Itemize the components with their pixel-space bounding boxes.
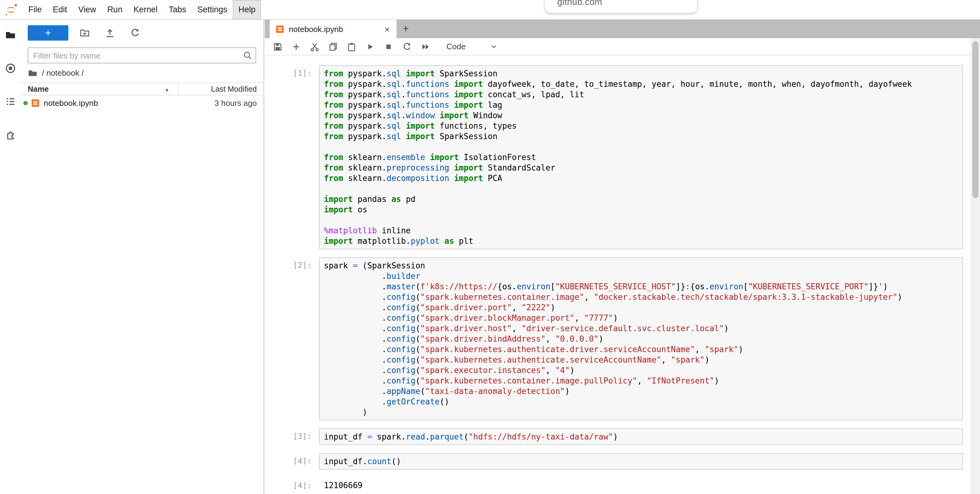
column-header-name[interactable]: Name ▲ — [20, 83, 178, 95]
menu-item-run[interactable]: Run — [102, 0, 128, 19]
column-header-name-label: Name — [28, 85, 49, 93]
menu-bar: File Edit View Run Kernel Tabs Settings … — [0, 0, 980, 20]
code-line: .config("spark.driver.port", "2222") — [324, 302, 958, 313]
play-icon — [365, 41, 375, 51]
new-folder-button[interactable] — [80, 27, 90, 38]
file-browser-panel: + — [20, 20, 264, 494]
tab-bar: notebook.ipynb × + — [265, 20, 980, 38]
sort-ascending-icon: ▲ — [164, 87, 169, 92]
code-line: from sklearn.ensemble import IsolationFo… — [324, 152, 958, 162]
copy-icon — [328, 41, 338, 51]
code-line: from pyspark.sql.functions import dayofw… — [324, 79, 958, 89]
new-launcher-button[interactable]: + — [28, 25, 68, 40]
code-line: import pandas as pd — [324, 194, 958, 204]
code-line — [324, 183, 958, 194]
code-line — [324, 141, 958, 152]
jupyterlab-window: File Edit View Run Kernel Tabs Settings … — [0, 0, 980, 494]
new-folder-icon — [80, 27, 90, 38]
code-line: .config("spark.driver.blockManager.port"… — [324, 313, 958, 323]
run-cell-button[interactable] — [365, 41, 375, 51]
code-line — [324, 215, 958, 225]
running-kernels-tab[interactable] — [4, 62, 16, 75]
code-line: ) — [324, 407, 958, 417]
cell-type-label: Code — [446, 42, 466, 51]
tab-notebook[interactable]: notebook.ipynb × — [270, 20, 396, 38]
table-of-contents-tab[interactable] — [4, 95, 16, 108]
code-line: from pyspark.sql.window import Window — [324, 110, 958, 121]
interrupt-kernel-button[interactable] — [383, 41, 393, 51]
column-header-last-modified[interactable]: Last Modified — [178, 83, 264, 95]
menu-item-file[interactable]: File — [23, 0, 48, 19]
code-line: from pyspark.sql import functions, types — [324, 121, 958, 131]
code-line: from pyspark.sql.functions import concat… — [324, 89, 958, 100]
upload-button[interactable] — [105, 27, 115, 38]
code-line: from pyspark.sql import SparkSession — [324, 68, 958, 79]
code-cell: [4]:input_df.count() — [265, 453, 963, 470]
menu-item-kernel[interactable]: Kernel — [128, 0, 163, 19]
code-line: from sklearn.preprocessing import Standa… — [324, 162, 958, 173]
folder-icon — [5, 30, 16, 41]
cell-editor[interactable]: input_df = spark.read.parquet("hdfs://hd… — [319, 429, 963, 445]
code-line: input_df = spark.read.parquet("hdfs://hd… — [324, 432, 958, 442]
close-icon[interactable]: × — [383, 24, 391, 34]
new-tab-button[interactable]: + — [396, 20, 415, 38]
menu-item-view[interactable]: View — [73, 0, 102, 19]
save-button[interactable] — [273, 41, 283, 51]
cell-type-select[interactable]: Code — [444, 42, 501, 51]
stop-icon — [383, 41, 393, 51]
execution-count: [4]: — [265, 453, 319, 470]
code-line: import matplotlib.pyplot as plt — [324, 236, 958, 246]
cell-editor[interactable]: input_df.count() — [319, 453, 963, 470]
code-cell: [3]:input_df = spark.read.parquet("hdfs:… — [265, 429, 963, 445]
home-folder-icon[interactable] — [28, 68, 38, 78]
copy-cells-button[interactable] — [328, 41, 338, 51]
cell-editor[interactable]: from pyspark.sql import SparkSessionfrom… — [319, 65, 963, 249]
file-browser-tab[interactable] — [4, 29, 16, 41]
notebook-tab-icon — [275, 24, 285, 33]
menu-item-tabs[interactable]: Tabs — [163, 0, 192, 19]
output-text: 12106669 — [319, 478, 963, 490]
code-line: .config("spark.kubernetes.authenticate.s… — [324, 354, 958, 365]
restart-run-all-button[interactable] — [421, 41, 430, 51]
restart-kernel-button[interactable] — [402, 41, 412, 51]
popup-text: github.com — [557, 0, 697, 7]
add-cell-button[interactable] — [291, 41, 301, 51]
extensions-tab[interactable] — [4, 129, 16, 141]
notebook-toolbar: Code — [265, 38, 970, 56]
menu-item-help[interactable]: Help — [233, 0, 261, 19]
puzzle-icon — [5, 129, 16, 140]
code-line: .appName("taxi-data-anomaly-detection") — [324, 386, 958, 396]
notebook-scrollbar[interactable] — [970, 38, 980, 494]
execution-count: [2]: — [265, 257, 319, 421]
cell-editor[interactable]: spark = (SparkSession .builder .master(f… — [319, 257, 963, 421]
tab-title: notebook.ipynb — [289, 24, 383, 33]
notebook-file-icon — [31, 98, 40, 108]
output-prompt: [4]: — [265, 478, 319, 490]
cut-cells-button[interactable] — [310, 41, 320, 51]
activity-bar — [0, 20, 20, 494]
breadcrumb: / notebook / — [20, 64, 264, 83]
code-line: .config("spark.driver.host", "driver-ser… — [324, 323, 958, 334]
scrollbar-thumb[interactable] — [972, 41, 978, 198]
chevron-down-icon — [490, 42, 498, 51]
file-browser-toolbar: + — [20, 20, 264, 46]
scissors-icon — [310, 41, 320, 51]
paste-cells-button[interactable] — [347, 41, 356, 51]
code-line: .config("spark.executor.instances", "4") — [324, 365, 958, 375]
code-line: %matplotlib inline — [324, 225, 958, 236]
stop-circle-icon — [5, 63, 16, 74]
refresh-button[interactable] — [130, 27, 140, 38]
code-line: spark = (SparkSession — [324, 261, 958, 271]
code-line: .getOrCreate() — [324, 396, 958, 407]
menu-item-settings[interactable]: Settings — [192, 0, 233, 19]
filter-files-input[interactable] — [28, 48, 256, 63]
notebook-content: [1]:from pyspark.sql import SparkSession… — [265, 56, 970, 494]
restart-icon — [402, 41, 412, 51]
execution-count: [1]: — [265, 65, 319, 249]
github-popup: github.com — [545, 0, 697, 13]
code-line: .config("spark.kubernetes.authenticate.d… — [324, 344, 958, 354]
file-row[interactable]: notebook.ipynb 3 hours ago — [20, 95, 264, 111]
execution-count: [3]: — [265, 429, 319, 445]
menu-item-edit[interactable]: Edit — [48, 0, 73, 19]
code-line: .builder — [324, 271, 958, 281]
